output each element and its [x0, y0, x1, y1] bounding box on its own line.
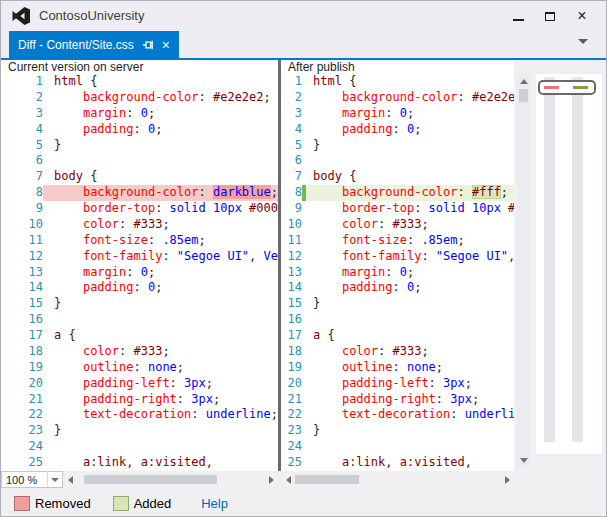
legend-bar: Removed Added Help [1, 488, 606, 517]
code-text: border-top: solid 10px #000; [306, 201, 514, 217]
overview-removed-mark [544, 86, 559, 89]
code-text: padding-right: 3px; [306, 392, 514, 408]
line-number: 16 [1, 312, 43, 328]
code-line: 21 padding-right: 3px; [281, 392, 514, 408]
code-line: 24 [1, 439, 278, 455]
line-number: 3 [281, 106, 302, 122]
code-text: text-decoration: underline; [47, 407, 278, 423]
minimize-button[interactable] [505, 4, 531, 28]
code-line: 8 background-color: #fff; [281, 185, 514, 201]
code-line: 20 padding-left: 3px; [281, 376, 514, 392]
tab-close-icon[interactable]: × [162, 38, 170, 52]
right-horizontal-scrollbar[interactable] [281, 471, 514, 488]
code-line: 22 text-decoration: underline; [281, 407, 514, 423]
code-line: 1html { [1, 74, 278, 90]
code-line: 11 font-size: .85em; [281, 233, 514, 249]
removed-label: Removed [35, 496, 91, 511]
left-code[interactable]: 1html {2 background-color: #e2e2e2;3 mar… [1, 74, 278, 471]
code-text: padding: 0; [306, 122, 514, 138]
code-text: font-family: "Segoe UI", Verdana; [47, 249, 278, 265]
code-text: a { [306, 328, 514, 344]
vscroll-thumb[interactable] [519, 89, 528, 102]
tab-label: Diff - Content/Site.css [18, 38, 134, 52]
code-text [306, 153, 514, 169]
visual-studio-window: ContosoUniversity × Diff - Content/Site.… [0, 0, 607, 517]
code-line: 19 outline: none; [1, 360, 278, 376]
scroll-right-icon[interactable] [264, 471, 278, 488]
line-number: 20 [1, 376, 43, 392]
line-number: 15 [1, 296, 43, 312]
line-number: 15 [281, 296, 302, 312]
line-number: 8 [281, 185, 302, 201]
code-text: text-decoration: underline; [306, 407, 514, 423]
code-line: 17a { [281, 328, 514, 344]
line-number: 13 [281, 265, 302, 281]
code-line: 6 [281, 153, 514, 169]
maximize-button[interactable] [537, 4, 563, 28]
code-line: 6 [1, 153, 278, 169]
line-number: 5 [1, 138, 43, 154]
code-text: margin: 0; [47, 106, 278, 122]
left-pane-header: Current version on server [1, 60, 278, 74]
code-line: 17a { [1, 328, 278, 344]
code-line: 5} [281, 138, 514, 154]
line-number: 11 [281, 233, 302, 249]
chevron-down-icon[interactable] [47, 472, 62, 487]
minimize-icon [513, 19, 524, 21]
close-button[interactable]: × [569, 4, 595, 28]
code-line: 8 background-color: darkblue; [1, 185, 278, 201]
code-line: 3 margin: 0; [281, 106, 514, 122]
code-line: 3 margin: 0; [1, 106, 278, 122]
line-number: 2 [281, 90, 302, 106]
overview-added-mark [573, 86, 588, 89]
scroll-down-icon[interactable] [517, 454, 530, 467]
line-number: 7 [281, 169, 302, 185]
code-line: 16 [281, 312, 514, 328]
window-title: ContosoUniversity [39, 8, 145, 23]
code-text: padding: 0; [47, 280, 278, 296]
code-line: 15} [1, 296, 278, 312]
line-number: 6 [281, 153, 302, 169]
tab-diff-site-css[interactable]: Diff - Content/Site.css × [9, 31, 179, 58]
pin-icon[interactable] [142, 39, 154, 51]
line-number: 21 [1, 392, 43, 408]
code-text [306, 439, 514, 455]
left-hscroll-thumb[interactable] [84, 475, 217, 484]
code-text: font-size: .85em; [306, 233, 514, 249]
right-code[interactable]: 1html {2 background-color: #e2e2e2;3 mar… [281, 74, 514, 471]
scroll-right-icon[interactable] [500, 471, 514, 488]
code-text: margin: 0; [47, 265, 278, 281]
maximize-icon [545, 12, 555, 21]
scroll-up-icon[interactable] [517, 75, 530, 88]
diff-overview-map[interactable] [536, 74, 602, 454]
scroll-left-icon[interactable] [281, 471, 295, 488]
code-text [47, 439, 278, 455]
code-text: background-color: darkblue; [47, 185, 278, 201]
line-number: 12 [1, 249, 43, 265]
zoom-level-dropdown[interactable]: 100 % [1, 471, 63, 488]
vertical-scrollbar[interactable] [517, 74, 530, 468]
code-text [306, 312, 514, 328]
code-text: border-top: solid 10px #000; [47, 201, 278, 217]
left-horizontal-scrollbar[interactable] [63, 471, 278, 488]
code-text: } [47, 296, 278, 312]
overview-viewport[interactable] [538, 80, 596, 95]
help-link[interactable]: Help [201, 496, 228, 511]
line-number: 23 [1, 423, 43, 439]
right-utility-column [514, 60, 607, 488]
line-number: 17 [281, 328, 302, 344]
code-text: } [47, 423, 278, 439]
title-bar: ContosoUniversity × [1, 1, 606, 31]
code-text: background-color: #e2e2e2; [306, 90, 514, 106]
code-line: 2 background-color: #e2e2e2; [1, 90, 278, 106]
document-list-dropdown-icon[interactable] [578, 39, 588, 44]
code-text: outline: none; [47, 360, 278, 376]
code-line: 18 color: #333; [1, 344, 278, 360]
code-text: a:link, a:visited, [306, 455, 514, 471]
code-line: 20 padding-left: 3px; [1, 376, 278, 392]
scroll-left-icon[interactable] [63, 471, 77, 488]
right-hscroll-thumb[interactable] [295, 475, 359, 484]
line-number: 22 [281, 407, 302, 423]
code-line: 10 color: #333; [1, 217, 278, 233]
code-line: 4 padding: 0; [281, 122, 514, 138]
